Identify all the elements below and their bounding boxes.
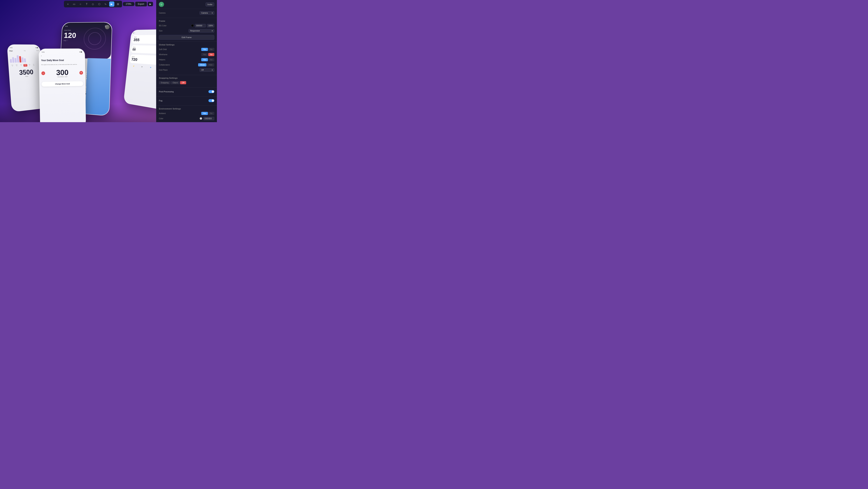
hex-tool-btn[interactable]: ⬡ <box>97 1 102 7</box>
post-processing-label: Post-Processing <box>159 91 174 93</box>
collaborators-row: Collaborators Show Hide <box>159 63 214 67</box>
phone1-time: 9:41 <box>9 47 12 48</box>
env-color-label: Color <box>159 118 170 120</box>
phone1-nav: Steps Day Week <box>9 50 39 52</box>
rectangle-tool-btn[interactable]: ▭ <box>72 1 77 7</box>
soft-orbit-label: Soft Orbit <box>159 48 170 51</box>
wireframe-toggle: Yes No <box>201 53 214 56</box>
env-color-controls: D3D3D3 <box>199 117 214 120</box>
curve-tool-btn[interactable]: ∿ <box>103 1 108 7</box>
global-settings-section: Global Settings Soft Orbit Yes No Wirefr… <box>156 42 217 75</box>
grid-plane-row: Grid Plane Off ▾ <box>159 68 214 72</box>
invite-button[interactable]: Invite <box>206 2 214 6</box>
right-panel: U Invite Camera Camera ▾ Frame BG Color … <box>156 0 217 122</box>
diamond-tool-btn[interactable]: ◇ <box>90 1 96 7</box>
bg-color-hex[interactable]: 000000 <box>195 24 206 27</box>
text-tool-btn[interactable]: T <box>84 1 89 7</box>
day-label: Day <box>24 50 26 52</box>
bg-color-label: BG Color <box>159 25 170 27</box>
collaborators-toggle: Show Hide <box>198 63 214 66</box>
soft-orbit-no-btn[interactable]: No <box>208 48 214 51</box>
frame-section: Frame BG Color 000000 100% Size Responsi… <box>156 18 217 42</box>
off-btn[interactable]: Off <box>180 81 186 84</box>
steps-big-num: 3500 Steps <box>11 68 41 78</box>
snapping-row: Snapping Object Off <box>159 80 214 85</box>
ambient-yes-btn[interactable]: Yes <box>201 112 208 115</box>
helpers-yes-btn[interactable]: Yes <box>201 58 208 61</box>
select-tool-btn[interactable]: ▶ <box>109 1 114 7</box>
move-goal-title: Your Daily Move Goal <box>41 59 83 62</box>
bg-color-swatch[interactable] <box>191 24 194 27</box>
play-button[interactable]: ▶ <box>148 2 153 6</box>
camera-row: Camera Camera ▾ <box>159 11 214 15</box>
decrease-btn[interactable]: − <box>41 71 45 75</box>
size-select[interactable]: Responsive ▾ <box>189 29 214 33</box>
grid-tool-btn[interactable]: ⊞ <box>116 1 121 7</box>
camera-label: Camera <box>159 12 170 14</box>
iso-scene: 9:41 ● ▮▮ Steps Day Week <box>5 10 171 117</box>
user-avatar: U <box>159 2 164 7</box>
add-tool-btn[interactable]: + <box>65 1 70 7</box>
size-chevron-icon: ▾ <box>212 30 213 32</box>
water-viz <box>86 79 92 87</box>
calories-unit: CALORIES / DAY <box>56 76 68 77</box>
grid-plane-select[interactable]: Off ▾ <box>199 68 214 72</box>
phone3-avatar <box>105 25 110 29</box>
change-goal-btn[interactable]: Change Move Goal <box>41 81 83 87</box>
snapping-title: Snapping Settings <box>159 77 214 79</box>
phone3-time: 9:41 <box>65 25 68 27</box>
bg-opacity[interactable]: 100% <box>207 24 214 27</box>
phone2-status: 9:41 ● ▮▮ <box>41 51 83 53</box>
move-goal-subtitle: Set a goal on how active you are, or how… <box>41 64 83 65</box>
edit-frame-button[interactable]: Edit Frame <box>159 35 214 40</box>
size-label: Size <box>159 30 170 32</box>
panel-header: U Invite <box>156 0 217 9</box>
camera-select[interactable]: Camera ▾ <box>199 11 214 15</box>
object-btn[interactable]: Object <box>171 81 180 84</box>
zoom-group: 279% <box>123 2 134 6</box>
env-color-hex[interactable]: D3D3D3 <box>203 117 214 120</box>
post-processing-toggle[interactable] <box>209 90 214 93</box>
export-button[interactable]: Export <box>135 2 147 6</box>
snap-group: Snapping Object Off <box>159 81 186 84</box>
bg-color-controls: 000000 100% <box>191 24 214 27</box>
post-processing-row: Post-Processing <box>159 90 214 94</box>
collaborators-hide-btn[interactable]: Hide <box>207 63 214 66</box>
water-card: Water 355 <box>84 71 108 89</box>
grid-plane-chevron-icon: ▾ <box>212 69 213 71</box>
phone3-status: 9:41 ▮▮▮ ✦ <box>64 25 110 27</box>
ambient-no-btn[interactable]: No <box>208 112 214 115</box>
ambient-row: Ambient Yes No <box>159 111 214 116</box>
post-processing-section: Post-Processing <box>156 88 217 97</box>
ellipse-tool-btn[interactable]: ○ <box>78 1 83 7</box>
wireframe-row: Wireframe Yes No <box>159 53 214 57</box>
fog-toggle[interactable] <box>209 99 214 102</box>
collaborators-show-btn[interactable]: Show <box>198 63 207 66</box>
environment-title: Environment Settings <box>159 108 214 110</box>
fog-section: Fog <box>156 97 217 106</box>
increase-btn[interactable]: + <box>80 71 83 75</box>
calorie-stepper: − 300 CALORIES / DAY + <box>41 68 83 78</box>
phone1-icons: ● ▮▮ <box>35 47 38 48</box>
ambient-toggle: Yes No <box>201 112 214 115</box>
wireframe-label: Wireframe <box>159 54 170 56</box>
wireframe-yes-btn[interactable]: Yes <box>201 53 208 56</box>
env-color-swatch[interactable] <box>199 117 202 120</box>
fog-label: Fog <box>159 100 170 102</box>
zoom-display: 279% <box>124 3 133 5</box>
phone2-time: 9:41 <box>42 51 45 53</box>
snapping-section: Snapping Settings Snapping Object Off <box>156 75 217 88</box>
soft-orbit-yes-btn[interactable]: Yes <box>201 48 208 51</box>
helpers-no-btn[interactable]: No <box>208 58 214 61</box>
ambient-label: Ambient <box>159 112 170 115</box>
wireframe-no-btn[interactable]: No <box>208 53 214 56</box>
global-settings-title: Global Settings <box>159 43 214 46</box>
soft-orbit-toggle: Yes No <box>201 48 214 51</box>
snapping-btn[interactable]: Snapping <box>159 81 170 84</box>
week-label: Week <box>36 50 39 51</box>
camera-value: Camera <box>201 12 208 14</box>
svg-text:U: U <box>161 4 162 5</box>
grid-plane-label: Grid Plane <box>159 69 170 71</box>
env-color-row: Color D3D3D3 <box>159 117 214 121</box>
phone-move-goal: 9:41 ● ▮▮ ‹ Your Daily Move Goal Set a g… <box>39 48 86 122</box>
